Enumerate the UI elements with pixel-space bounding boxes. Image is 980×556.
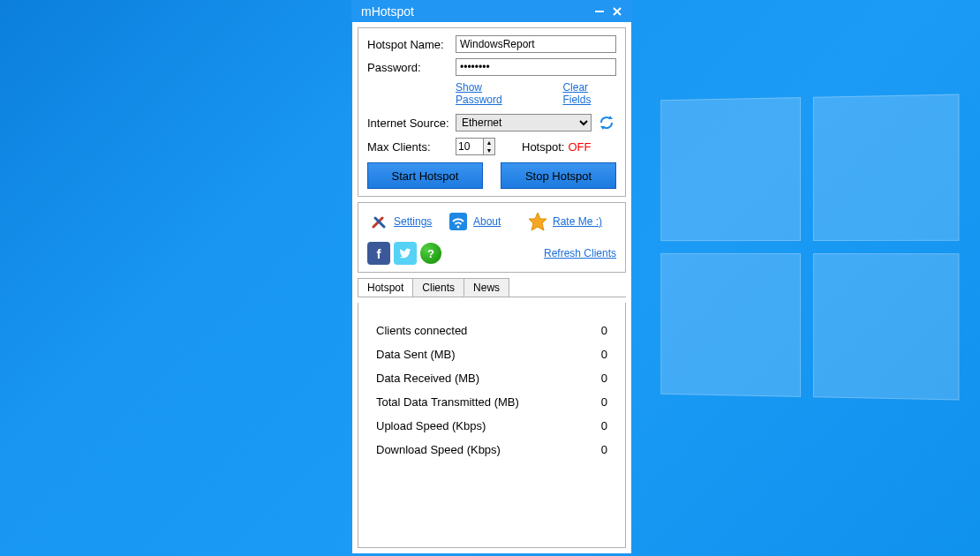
stat-value: 0: [601, 419, 607, 432]
max-clients-input[interactable]: [456, 138, 484, 155]
stat-value: 0: [601, 443, 607, 456]
svg-point-8: [457, 226, 460, 229]
stat-label: Upload Speed (Kbps): [376, 419, 486, 432]
start-hotspot-button[interactable]: Start Hotspot: [367, 162, 483, 189]
windows-logo: [660, 94, 959, 401]
show-password-link[interactable]: Show Password: [456, 81, 527, 106]
tab-news[interactable]: News: [464, 278, 509, 297]
wifi-icon: [447, 210, 470, 233]
close-button[interactable]: [608, 3, 626, 20]
twitter-button[interactable]: [394, 242, 417, 265]
settings-link[interactable]: Settings: [394, 215, 432, 228]
stop-hotspot-button[interactable]: Stop Hotspot: [501, 162, 616, 189]
stat-label: Clients connected: [376, 324, 467, 337]
minimize-button[interactable]: [591, 3, 608, 20]
max-clients-label: Max Clients:: [367, 140, 456, 154]
stepper-down-icon[interactable]: ▼: [484, 147, 494, 154]
tabs-bar: Hotspot Clients News: [358, 278, 626, 297]
stat-value: 0: [601, 324, 607, 337]
stat-label: Download Speed (Kbps): [376, 443, 501, 456]
hotspot-status-label: Hotspot:: [522, 140, 564, 154]
stat-row: Data Received (MB)0: [369, 366, 614, 390]
tab-hotspot[interactable]: Hotspot: [358, 278, 413, 297]
links-panel: Settings About: [358, 202, 626, 273]
clear-fields-link[interactable]: Clear Fields: [562, 81, 616, 106]
stat-row: Download Speed (Kbps)0: [369, 438, 614, 462]
hotspot-name-input[interactable]: [456, 35, 616, 53]
title-bar: mHotspot: [352, 1, 631, 22]
svg-marker-9: [529, 213, 547, 230]
window-title: mHotspot: [361, 4, 414, 19]
about-link[interactable]: About: [473, 215, 501, 228]
hotspot-name-label: Hotspot Name:: [367, 38, 456, 51]
help-button[interactable]: ?: [420, 243, 441, 264]
password-input[interactable]: [456, 58, 616, 76]
tab-clients[interactable]: Clients: [412, 278, 464, 297]
stat-row: Clients connected0: [369, 319, 614, 342]
settings-icon: [367, 210, 390, 233]
tab-content: Clients connected0 Data Sent (MB)0 Data …: [358, 303, 626, 548]
app-window: mHotspot Hotspot Name: Password: Show Pa…: [351, 0, 632, 554]
stat-row: Total Data Transmitted (MB)0: [369, 390, 614, 414]
stat-value: 0: [601, 348, 607, 361]
max-clients-stepper[interactable]: ▲ ▼: [456, 138, 495, 155]
internet-source-select[interactable]: Ethernet: [456, 114, 592, 131]
stepper-up-icon[interactable]: ▲: [484, 139, 494, 147]
internet-source-label: Internet Source:: [367, 116, 456, 130]
stat-value: 0: [601, 395, 607, 409]
stat-label: Data Sent (MB): [376, 348, 456, 361]
facebook-button[interactable]: f: [367, 242, 390, 265]
stat-label: Data Received (MB): [376, 372, 479, 385]
stat-row: Data Sent (MB)0: [369, 342, 614, 366]
refresh-source-icon[interactable]: [597, 113, 616, 132]
refresh-clients-link[interactable]: Refresh Clients: [544, 247, 616, 259]
hotspot-status-value: OFF: [568, 140, 591, 154]
rate-me-link[interactable]: Rate Me :): [553, 215, 602, 228]
config-panel: Hotspot Name: Password: Show Password Cl…: [358, 27, 626, 197]
stat-row: Upload Speed (Kbps)0: [369, 414, 614, 438]
star-icon: [526, 210, 549, 233]
stat-label: Total Data Transmitted (MB): [376, 395, 519, 409]
stat-value: 0: [601, 372, 607, 385]
password-label: Password:: [367, 61, 456, 74]
